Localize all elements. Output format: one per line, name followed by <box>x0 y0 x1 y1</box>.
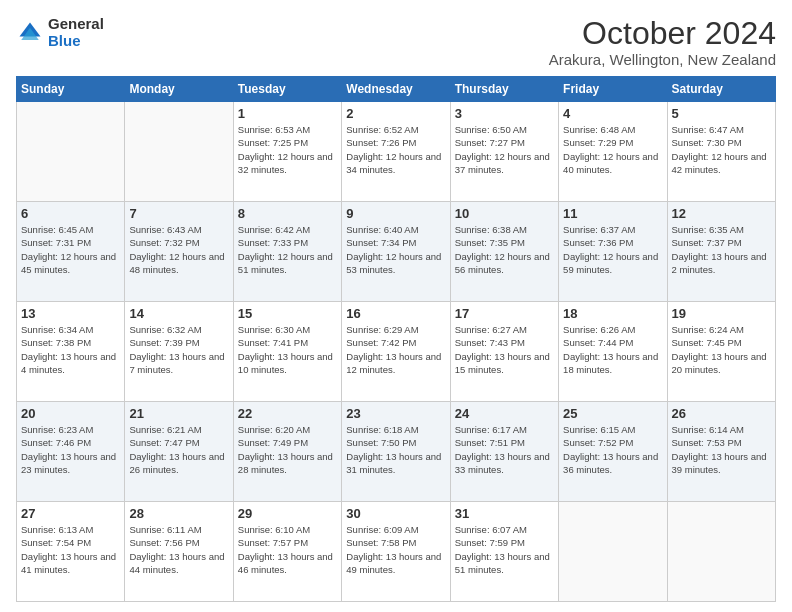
day-number: 21 <box>129 406 228 421</box>
day-info: Sunrise: 6:32 AMSunset: 7:39 PMDaylight:… <box>129 323 228 376</box>
calendar-cell <box>559 502 667 602</box>
day-number: 11 <box>563 206 662 221</box>
day-number: 22 <box>238 406 337 421</box>
calendar-cell: 19Sunrise: 6:24 AMSunset: 7:45 PMDayligh… <box>667 302 775 402</box>
logo: General Blue <box>16 16 104 49</box>
day-info: Sunrise: 6:26 AMSunset: 7:44 PMDaylight:… <box>563 323 662 376</box>
day-number: 28 <box>129 506 228 521</box>
calendar-cell: 12Sunrise: 6:35 AMSunset: 7:37 PMDayligh… <box>667 202 775 302</box>
calendar-week-row: 6Sunrise: 6:45 AMSunset: 7:31 PMDaylight… <box>17 202 776 302</box>
calendar-cell <box>17 102 125 202</box>
day-info: Sunrise: 6:43 AMSunset: 7:32 PMDaylight:… <box>129 223 228 276</box>
calendar-cell: 28Sunrise: 6:11 AMSunset: 7:56 PMDayligh… <box>125 502 233 602</box>
day-number: 3 <box>455 106 554 121</box>
calendar-cell: 5Sunrise: 6:47 AMSunset: 7:30 PMDaylight… <box>667 102 775 202</box>
day-info: Sunrise: 6:35 AMSunset: 7:37 PMDaylight:… <box>672 223 771 276</box>
day-number: 9 <box>346 206 445 221</box>
calendar-cell: 17Sunrise: 6:27 AMSunset: 7:43 PMDayligh… <box>450 302 558 402</box>
day-number: 2 <box>346 106 445 121</box>
day-info: Sunrise: 6:38 AMSunset: 7:35 PMDaylight:… <box>455 223 554 276</box>
calendar-table: SundayMondayTuesdayWednesdayThursdayFrid… <box>16 76 776 602</box>
day-info: Sunrise: 6:45 AMSunset: 7:31 PMDaylight:… <box>21 223 120 276</box>
calendar-header-row: SundayMondayTuesdayWednesdayThursdayFrid… <box>17 77 776 102</box>
calendar-cell: 13Sunrise: 6:34 AMSunset: 7:38 PMDayligh… <box>17 302 125 402</box>
calendar-header-thursday: Thursday <box>450 77 558 102</box>
day-number: 16 <box>346 306 445 321</box>
day-info: Sunrise: 6:50 AMSunset: 7:27 PMDaylight:… <box>455 123 554 176</box>
calendar-cell: 21Sunrise: 6:21 AMSunset: 7:47 PMDayligh… <box>125 402 233 502</box>
calendar-cell <box>125 102 233 202</box>
day-number: 19 <box>672 306 771 321</box>
day-info: Sunrise: 6:27 AMSunset: 7:43 PMDaylight:… <box>455 323 554 376</box>
day-info: Sunrise: 6:24 AMSunset: 7:45 PMDaylight:… <box>672 323 771 376</box>
calendar-cell: 7Sunrise: 6:43 AMSunset: 7:32 PMDaylight… <box>125 202 233 302</box>
day-info: Sunrise: 6:11 AMSunset: 7:56 PMDaylight:… <box>129 523 228 576</box>
calendar-cell: 15Sunrise: 6:30 AMSunset: 7:41 PMDayligh… <box>233 302 341 402</box>
day-info: Sunrise: 6:15 AMSunset: 7:52 PMDaylight:… <box>563 423 662 476</box>
logo-icon <box>16 19 44 47</box>
day-info: Sunrise: 6:23 AMSunset: 7:46 PMDaylight:… <box>21 423 120 476</box>
day-number: 31 <box>455 506 554 521</box>
day-number: 6 <box>21 206 120 221</box>
day-info: Sunrise: 6:29 AMSunset: 7:42 PMDaylight:… <box>346 323 445 376</box>
day-number: 29 <box>238 506 337 521</box>
day-number: 10 <box>455 206 554 221</box>
day-info: Sunrise: 6:47 AMSunset: 7:30 PMDaylight:… <box>672 123 771 176</box>
calendar-cell: 10Sunrise: 6:38 AMSunset: 7:35 PMDayligh… <box>450 202 558 302</box>
day-info: Sunrise: 6:17 AMSunset: 7:51 PMDaylight:… <box>455 423 554 476</box>
day-info: Sunrise: 6:53 AMSunset: 7:25 PMDaylight:… <box>238 123 337 176</box>
calendar-cell: 1Sunrise: 6:53 AMSunset: 7:25 PMDaylight… <box>233 102 341 202</box>
location-title: Arakura, Wellington, New Zealand <box>549 51 776 68</box>
day-number: 24 <box>455 406 554 421</box>
calendar-cell: 4Sunrise: 6:48 AMSunset: 7:29 PMDaylight… <box>559 102 667 202</box>
day-number: 20 <box>21 406 120 421</box>
day-info: Sunrise: 6:30 AMSunset: 7:41 PMDaylight:… <box>238 323 337 376</box>
day-number: 7 <box>129 206 228 221</box>
day-info: Sunrise: 6:37 AMSunset: 7:36 PMDaylight:… <box>563 223 662 276</box>
header: General Blue October 2024 Arakura, Welli… <box>16 16 776 68</box>
day-info: Sunrise: 6:07 AMSunset: 7:59 PMDaylight:… <box>455 523 554 576</box>
day-info: Sunrise: 6:14 AMSunset: 7:53 PMDaylight:… <box>672 423 771 476</box>
day-number: 8 <box>238 206 337 221</box>
month-title: October 2024 <box>549 16 776 51</box>
day-number: 23 <box>346 406 445 421</box>
day-info: Sunrise: 6:21 AMSunset: 7:47 PMDaylight:… <box>129 423 228 476</box>
day-number: 1 <box>238 106 337 121</box>
day-info: Sunrise: 6:52 AMSunset: 7:26 PMDaylight:… <box>346 123 445 176</box>
calendar-cell: 20Sunrise: 6:23 AMSunset: 7:46 PMDayligh… <box>17 402 125 502</box>
calendar-cell: 16Sunrise: 6:29 AMSunset: 7:42 PMDayligh… <box>342 302 450 402</box>
calendar-cell: 26Sunrise: 6:14 AMSunset: 7:53 PMDayligh… <box>667 402 775 502</box>
calendar-cell: 8Sunrise: 6:42 AMSunset: 7:33 PMDaylight… <box>233 202 341 302</box>
day-number: 15 <box>238 306 337 321</box>
day-number: 5 <box>672 106 771 121</box>
day-number: 13 <box>21 306 120 321</box>
day-number: 14 <box>129 306 228 321</box>
day-info: Sunrise: 6:10 AMSunset: 7:57 PMDaylight:… <box>238 523 337 576</box>
calendar-header-sunday: Sunday <box>17 77 125 102</box>
calendar-cell: 14Sunrise: 6:32 AMSunset: 7:39 PMDayligh… <box>125 302 233 402</box>
calendar-cell: 23Sunrise: 6:18 AMSunset: 7:50 PMDayligh… <box>342 402 450 502</box>
logo-blue: Blue <box>48 32 81 49</box>
calendar-cell: 11Sunrise: 6:37 AMSunset: 7:36 PMDayligh… <box>559 202 667 302</box>
calendar-cell: 9Sunrise: 6:40 AMSunset: 7:34 PMDaylight… <box>342 202 450 302</box>
calendar-cell: 2Sunrise: 6:52 AMSunset: 7:26 PMDaylight… <box>342 102 450 202</box>
day-info: Sunrise: 6:40 AMSunset: 7:34 PMDaylight:… <box>346 223 445 276</box>
day-number: 17 <box>455 306 554 321</box>
calendar-header-saturday: Saturday <box>667 77 775 102</box>
day-info: Sunrise: 6:09 AMSunset: 7:58 PMDaylight:… <box>346 523 445 576</box>
day-info: Sunrise: 6:13 AMSunset: 7:54 PMDaylight:… <box>21 523 120 576</box>
calendar-cell: 29Sunrise: 6:10 AMSunset: 7:57 PMDayligh… <box>233 502 341 602</box>
day-number: 27 <box>21 506 120 521</box>
calendar-cell: 6Sunrise: 6:45 AMSunset: 7:31 PMDaylight… <box>17 202 125 302</box>
day-number: 26 <box>672 406 771 421</box>
day-number: 12 <box>672 206 771 221</box>
day-info: Sunrise: 6:18 AMSunset: 7:50 PMDaylight:… <box>346 423 445 476</box>
day-info: Sunrise: 6:20 AMSunset: 7:49 PMDaylight:… <box>238 423 337 476</box>
day-number: 25 <box>563 406 662 421</box>
calendar-header-friday: Friday <box>559 77 667 102</box>
day-number: 4 <box>563 106 662 121</box>
day-info: Sunrise: 6:48 AMSunset: 7:29 PMDaylight:… <box>563 123 662 176</box>
calendar-cell: 27Sunrise: 6:13 AMSunset: 7:54 PMDayligh… <box>17 502 125 602</box>
day-number: 30 <box>346 506 445 521</box>
day-number: 18 <box>563 306 662 321</box>
